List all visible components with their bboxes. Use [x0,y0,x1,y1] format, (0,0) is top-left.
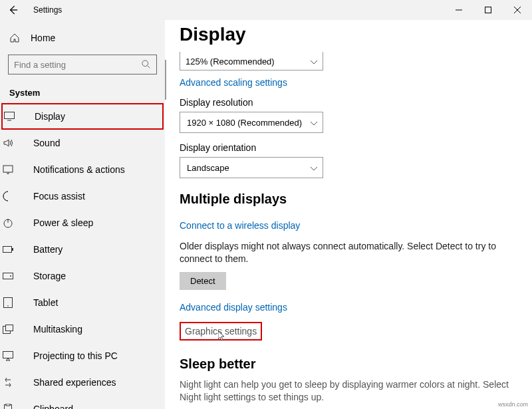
older-displays-text: Older displays might not always connect … [180,240,516,265]
titlebar: Settings [0,0,532,20]
sidebar-item-projecting[interactable]: Projecting to this PC [0,342,165,369]
graphics-settings-link[interactable]: Graphics settings [180,322,262,341]
home-label: Home [31,33,55,43]
sidebar-item-battery[interactable]: Battery [0,236,165,263]
sidebar-item-clipboard[interactable]: Clipboard [0,396,165,409]
svg-rect-6 [12,248,13,251]
focus-assist-icon [3,191,13,202]
advanced-display-link[interactable]: Advanced display settings [180,302,287,313]
clipboard-icon [3,404,13,409]
resolution-dropdown[interactable]: 1920 × 1080 (Recommended) [180,112,323,133]
sidebar-item-label: Notifications & actions [33,164,125,175]
svg-point-8 [10,275,11,277]
svg-point-10 [7,305,9,307]
watermark: wsxdn.com [498,401,528,408]
minimize-button[interactable] [444,0,473,20]
nav-list: Display Sound Notifications & actions Fo… [0,103,165,409]
sidebar-item-tablet[interactable]: Tablet [0,289,165,316]
category-label: System [0,80,165,103]
sidebar-item-label: Sound [33,138,60,148]
sidebar-item-power-sleep[interactable]: Power & sleep [0,209,165,236]
shared-icon [3,377,13,388]
svg-point-1 [142,61,148,67]
sidebar-item-focus-assist[interactable]: Focus assist [0,183,165,209]
search-icon [142,60,151,69]
sidebar-item-label: Display [35,111,65,122]
orientation-value: Landscape [187,163,229,173]
svg-rect-2 [5,112,15,119]
power-icon [3,217,13,228]
svg-rect-7 [3,273,13,279]
multitasking-icon [3,324,13,335]
home-button[interactable]: Home [0,27,165,49]
svg-rect-5 [3,247,12,253]
detect-button[interactable]: Detect [180,272,226,290]
orientation-dropdown[interactable]: Landscape [180,157,323,178]
sidebar-item-label: Projecting to this PC [33,350,118,361]
svg-rect-13 [3,352,13,358]
display-icon [4,111,15,122]
advanced-scaling-link[interactable]: Advanced scaling settings [180,77,287,88]
sound-icon [3,138,13,148]
sidebar-item-display[interactable]: Display [1,103,164,130]
sidebar-item-label: Battery [33,244,63,255]
sleep-better-text: Night light can help you get to sleep by… [180,378,516,404]
chevron-down-icon [311,163,317,173]
sidebar-item-label: Shared experiences [33,377,116,388]
sidebar-item-label: Power & sleep [33,217,93,228]
sidebar-item-notifications[interactable]: Notifications & actions [0,156,165,183]
back-button[interactable] [5,2,21,18]
resolution-value: 1920 × 1080 (Recommended) [187,118,302,128]
sidebar-item-label: Clipboard [33,404,73,409]
cursor-icon [218,331,226,342]
sidebar-item-label: Multitasking [33,324,82,335]
multiple-displays-heading: Multiple displays [180,192,516,207]
resolution-label: Display resolution [180,97,516,108]
orientation-label: Display orientation [180,142,516,153]
arrow-left-icon [9,5,18,15]
sidebar-item-storage[interactable]: Storage [0,263,165,289]
search-input[interactable] [8,55,157,74]
svg-rect-15 [6,404,10,406]
window-title: Settings [33,5,62,15]
sidebar-item-multitasking[interactable]: Multitasking [0,316,165,342]
sidebar-item-label: Tablet [33,297,58,308]
search-field[interactable] [14,60,142,70]
sidebar-item-sound[interactable]: Sound [0,130,165,156]
scale-value: 125% (Recommended) [186,57,275,67]
chevron-down-icon [311,118,317,128]
sidebar-item-label: Focus assist [33,191,85,202]
notifications-icon [3,164,13,175]
projecting-icon [3,350,13,361]
wireless-display-link[interactable]: Connect to a wireless display [180,220,300,231]
svg-rect-3 [3,166,13,172]
scale-dropdown[interactable]: 125% (Recommended) [180,52,323,70]
battery-icon [3,244,13,255]
home-icon [9,33,20,43]
sidebar-item-label: Storage [33,271,66,281]
storage-icon [3,271,13,281]
page-title: Display [180,24,516,45]
sleep-better-heading: Sleep better [180,356,516,372]
tablet-icon [3,297,13,308]
sidebar-item-shared-experiences[interactable]: Shared experiences [0,369,165,396]
content-area: Display 125% (Recommended) Advanced scal… [165,20,532,409]
scrollbar[interactable] [165,60,166,100]
svg-rect-0 [485,7,491,13]
chevron-down-icon [311,57,317,67]
svg-rect-12 [6,325,13,331]
close-button[interactable] [503,0,532,20]
maximize-button[interactable] [473,0,503,20]
sidebar: Home System Display Sound Notifications … [0,20,165,409]
